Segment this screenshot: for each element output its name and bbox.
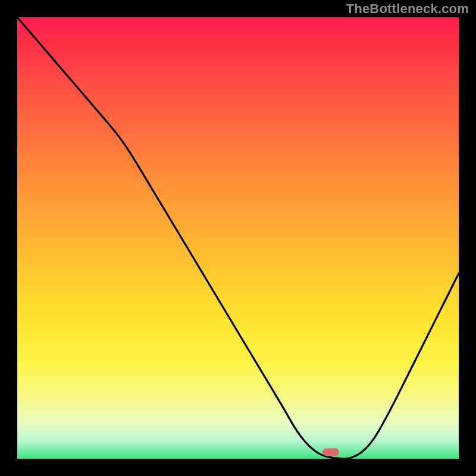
bottleneck-curve xyxy=(17,17,459,459)
watermark-text: TheBottleneck.com xyxy=(346,1,469,17)
optimal-point-marker xyxy=(322,448,339,456)
chart-frame: TheBottleneck.com xyxy=(0,0,476,476)
